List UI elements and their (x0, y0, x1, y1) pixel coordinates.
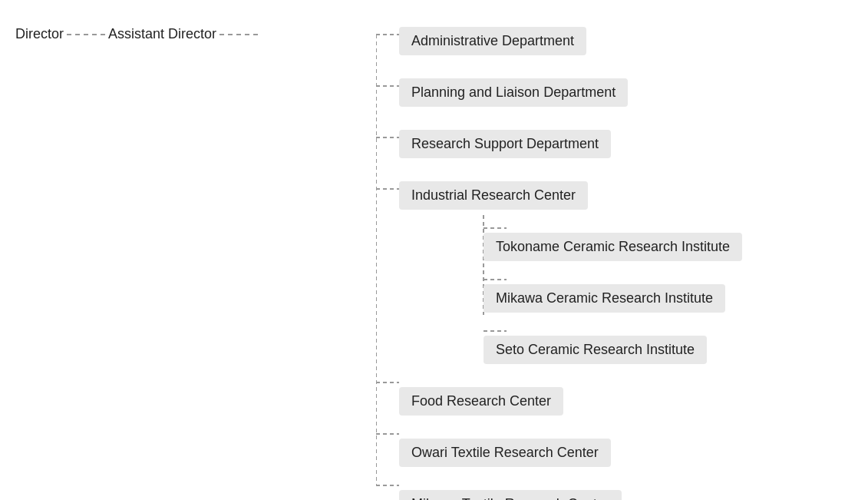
seto-node: Seto Ceramic Research Institute (484, 336, 707, 364)
sub-branch-mikawa-ceramic: Mikawa Ceramic Research Institute (460, 273, 853, 324)
tokoname-node: Tokoname Ceramic Research Institute (484, 233, 742, 261)
org-chart: Director Assistant Director (0, 0, 868, 500)
branch-area: Administrative Department Planning and L… (376, 15, 853, 500)
research-support-node: Research Support Department (399, 130, 611, 158)
sub-branch-tokoname: Tokoname Ceramic Research Institute (460, 221, 853, 273)
admin-node: Administrative Department (399, 27, 586, 55)
director-assistant-connector (67, 34, 105, 35)
branch-mikawa-textile: Mikawa Textile Research Center (376, 478, 853, 500)
mikawa-ceramic-node: Mikawa Ceramic Research Institute (484, 284, 725, 313)
branch-food: Food Research Center (376, 376, 853, 427)
branch-research-support: Research Support Department (376, 118, 853, 170)
branch-admin: Administrative Department (376, 15, 853, 67)
director-node: Director (15, 20, 64, 48)
industrial-header: Industrial Research Center (376, 170, 588, 221)
owari-node: Owari Textile Research Center (399, 439, 611, 467)
food-node: Food Research Center (399, 387, 563, 416)
industrial-node: Industrial Research Center (399, 181, 588, 210)
mikawa-textile-node: Mikawa Textile Research Center (399, 490, 622, 500)
sub-branch-seto: Seto Ceramic Research Institute (460, 324, 853, 376)
branch-planning: Planning and Liaison Department (376, 67, 853, 118)
assistant-director-node: Assistant Director (108, 20, 216, 48)
branch-industrial: Industrial Research Center (376, 170, 853, 221)
branch-owari: Owari Textile Research Center (376, 427, 853, 478)
planning-node: Planning and Liaison Department (399, 78, 628, 107)
assistant-branch-connector (219, 34, 258, 35)
